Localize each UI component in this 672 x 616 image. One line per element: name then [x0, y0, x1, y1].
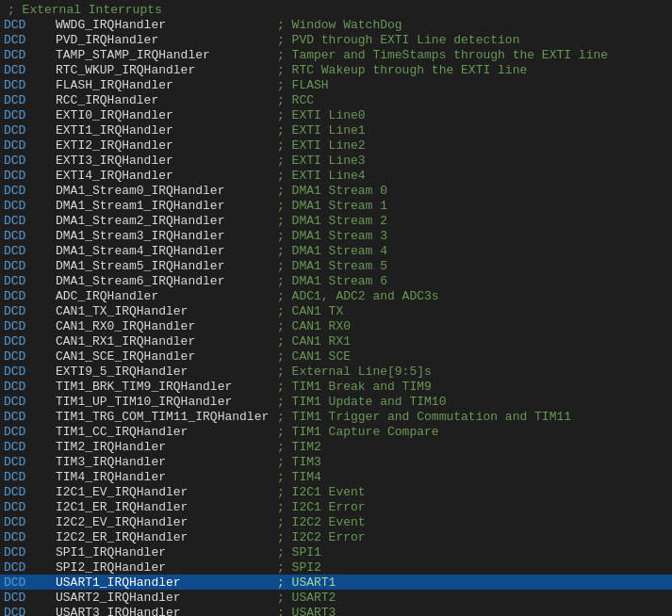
- table-row[interactable]: DCDEXTI4_IRQHandler; EXTI Line4: [0, 168, 672, 183]
- table-row[interactable]: DCDTIM4_IRQHandler; TIM4: [0, 469, 672, 484]
- line-comment: ; EXTI Line2: [277, 138, 366, 153]
- keyword: DCD: [4, 18, 56, 32]
- handler-name: USART3_IRQHandler: [56, 606, 277, 617]
- table-row[interactable]: DCDDMA1_Stream6_IRQHandler; DMA1 Stream …: [0, 273, 672, 288]
- line-comment: ; TIM2: [277, 440, 321, 454]
- keyword: DCD: [4, 334, 56, 349]
- line-comment: ; TIM1 Break and TIM9: [277, 380, 432, 394]
- handler-name: EXTI4_IRQHandler: [56, 169, 277, 183]
- keyword: DCD: [4, 485, 56, 499]
- line-comment: ; I2C1 Error: [277, 500, 366, 514]
- table-row[interactable]: DCDI2C1_EV_IRQHandler; I2C1 Event: [0, 484, 672, 499]
- line-comment: ; RCC: [277, 93, 314, 107]
- keyword: DCD: [4, 500, 56, 514]
- line-comment: ; DMA1 Stream 3: [277, 229, 387, 243]
- keyword: DCD: [4, 154, 56, 168]
- line-comment: ; CAN1 TX: [277, 304, 343, 318]
- keyword: DCD: [4, 380, 56, 394]
- table-row[interactable]: DCDADC_IRQHandler; ADC1, ADC2 and ADC3s: [0, 288, 672, 303]
- line-comment: ; CAN1 RX1: [277, 334, 351, 349]
- table-row[interactable]: DCDFLASH_IRQHandler; FLASH: [0, 77, 672, 92]
- table-row[interactable]: DCDEXTI2_IRQHandler; EXTI Line2: [0, 138, 672, 153]
- table-row[interactable]: DCDDMA1_Stream2_IRQHandler; DMA1 Stream …: [0, 213, 672, 228]
- handler-name: WWDG_IRQHandler: [56, 18, 277, 32]
- table-row[interactable]: DCDTIM1_BRK_TIM9_IRQHandler; TIM1 Break …: [0, 379, 672, 394]
- keyword: DCD: [4, 349, 56, 364]
- handler-name: DMA1_Stream1_IRQHandler: [56, 199, 277, 213]
- handler-name: DMA1_Stream3_IRQHandler: [56, 229, 277, 243]
- table-row[interactable]: DCDI2C2_ER_IRQHandler; I2C2 Error: [0, 529, 672, 544]
- handler-name: RTC_WKUP_IRQHandler: [56, 63, 277, 77]
- table-row[interactable]: DCDUSART1_IRQHandler; USART1: [0, 575, 672, 590]
- table-row[interactable]: DCDI2C1_ER_IRQHandler; I2C1 Error: [0, 499, 672, 514]
- keyword: DCD: [4, 440, 56, 454]
- table-row[interactable]: DCDDMA1_Stream4_IRQHandler; DMA1 Stream …: [0, 243, 672, 258]
- keyword: DCD: [4, 93, 56, 107]
- table-row[interactable]: DCDTIM1_CC_IRQHandler; TIM1 Capture Comp…: [0, 424, 672, 439]
- handler-name: TIM1_UP_TIM10_IRQHandler: [56, 395, 277, 409]
- table-row[interactable]: DCDTIM1_UP_TIM10_IRQHandler; TIM1 Update…: [0, 394, 672, 409]
- table-row[interactable]: DCDI2C2_EV_IRQHandler; I2C2 Event: [0, 514, 672, 529]
- keyword: DCD: [4, 199, 56, 213]
- handler-name: TIM1_BRK_TIM9_IRQHandler: [56, 380, 277, 394]
- table-row[interactable]: DCDRTC_WKUP_IRQHandler; RTC Wakeup throu…: [0, 62, 672, 77]
- table-row[interactable]: DCDPVD_IRQHandler; PVD through EXTI Line…: [0, 32, 672, 47]
- handler-name: EXTI9_5_IRQHandler: [56, 365, 277, 379]
- handler-name: CAN1_RX0_IRQHandler: [56, 319, 277, 333]
- table-row[interactable]: DCDEXTI1_IRQHandler; EXTI Line1: [0, 122, 672, 138]
- keyword: DCD: [4, 425, 56, 439]
- handler-name: I2C1_ER_IRQHandler: [56, 500, 277, 514]
- line-comment: ; ADC1, ADC2 and ADC3s: [277, 289, 439, 303]
- handler-name: I2C2_ER_IRQHandler: [56, 530, 277, 544]
- keyword: DCD: [4, 244, 56, 258]
- table-row[interactable]: DCDTIM2_IRQHandler; TIM2: [0, 439, 672, 454]
- table-row[interactable]: DCDWWDG_IRQHandler; Window WatchDog: [0, 17, 672, 32]
- handler-name: SPI2_IRQHandler: [56, 560, 277, 575]
- table-row[interactable]: DCDEXTI0_IRQHandler; EXTI Line0: [0, 107, 672, 122]
- table-row[interactable]: DCDDMA1_Stream0_IRQHandler; DMA1 Stream …: [0, 183, 672, 198]
- handler-name: PVD_IRQHandler: [56, 33, 277, 47]
- handler-name: CAN1_RX1_IRQHandler: [56, 334, 277, 349]
- handler-name: TIM4_IRQHandler: [56, 470, 277, 484]
- line-comment: ; RTC Wakeup through the EXTI line: [277, 63, 527, 77]
- keyword: DCD: [4, 365, 56, 379]
- table-row[interactable]: DCDSPI2_IRQHandler; SPI2: [0, 559, 672, 575]
- line-comment: ; CAN1 SCE: [277, 349, 351, 364]
- table-row[interactable]: DCDTIM3_IRQHandler; TIM3: [0, 454, 672, 469]
- table-row[interactable]: DCDSPI1_IRQHandler; SPI1: [0, 544, 672, 559]
- table-row[interactable]: DCDCAN1_SCE_IRQHandler; CAN1 SCE: [0, 349, 672, 364]
- handler-name: TIM2_IRQHandler: [56, 440, 277, 454]
- line-comment: ; I2C2 Event: [277, 515, 366, 529]
- handler-name: EXTI2_IRQHandler: [56, 138, 277, 153]
- line-comment: ; DMA1 Stream 5: [277, 259, 387, 273]
- table-row[interactable]: DCDUSART3_IRQHandler; USART3: [0, 605, 672, 616]
- handler-name: TAMP_STAMP_IRQHandler: [56, 48, 277, 62]
- table-row[interactable]: DCDDMA1_Stream3_IRQHandler; DMA1 Stream …: [0, 228, 672, 243]
- table-row[interactable]: DCDEXTI9_5_IRQHandler; External Line[9:5…: [0, 364, 672, 379]
- table-row[interactable]: DCDCAN1_RX0_IRQHandler; CAN1 RX0: [0, 318, 672, 333]
- keyword: DCD: [4, 78, 56, 92]
- table-row[interactable]: DCDTIM1_TRG_COM_TIM11_IRQHandler; TIM1 T…: [0, 409, 672, 424]
- keyword: DCD: [4, 184, 56, 198]
- keyword: DCD: [4, 515, 56, 529]
- line-comment: ; SPI2: [277, 560, 321, 575]
- keyword: DCD: [4, 63, 56, 77]
- table-row[interactable]: DCDDMA1_Stream5_IRQHandler; DMA1 Stream …: [0, 258, 672, 273]
- table-row[interactable]: DCDRCC_IRQHandler; RCC: [0, 92, 672, 107]
- keyword: DCD: [4, 274, 56, 288]
- table-row[interactable]: DCDDMA1_Stream1_IRQHandler; DMA1 Stream …: [0, 198, 672, 213]
- line-comment: ; DMA1 Stream 0: [277, 184, 387, 198]
- line-comment: ; EXTI Line0: [277, 108, 366, 122]
- line-comment: ; CAN1 RX0: [277, 319, 351, 333]
- table-row[interactable]: DCDTAMP_STAMP_IRQHandler; Tamper and Tim…: [0, 47, 672, 62]
- table-row[interactable]: ; External Interrupts: [0, 2, 672, 17]
- handler-name: ADC_IRQHandler: [56, 289, 277, 303]
- line-comment: ; DMA1 Stream 2: [277, 214, 387, 228]
- code-editor: ; External InterruptsDCDWWDG_IRQHandler;…: [0, 0, 672, 616]
- table-row[interactable]: DCDCAN1_RX1_IRQHandler; CAN1 RX1: [0, 333, 672, 349]
- table-row[interactable]: DCDEXTI3_IRQHandler; EXTI Line3: [0, 153, 672, 168]
- table-row[interactable]: DCDUSART2_IRQHandler; USART2: [0, 590, 672, 605]
- line-comment: ; I2C2 Error: [277, 530, 366, 544]
- comment-text: ; External Interrupts: [4, 3, 162, 17]
- table-row[interactable]: DCDCAN1_TX_IRQHandler; CAN1 TX: [0, 303, 672, 318]
